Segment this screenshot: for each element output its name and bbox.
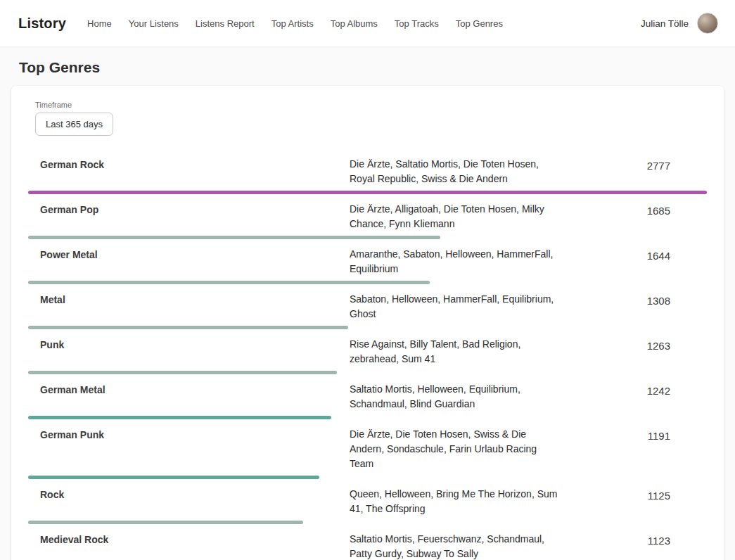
genre-name: German Pop (28, 202, 338, 215)
genre-name: Power Metal (28, 247, 338, 260)
genre-row: Power Metal Amaranthe, Sabaton, Hellowee… (28, 242, 707, 287)
genre-row: Medieval Rock Saltatio Mortis, Feuerschw… (28, 527, 707, 560)
page-title: Top Genres (19, 59, 724, 76)
genre-artists-list: Saltatio Mortis, Feuerschwanz, Schandmau… (338, 532, 580, 560)
brand-logo[interactable]: Listory (18, 15, 66, 32)
genre-count: 1242 (580, 382, 707, 397)
genre-count: 1685 (580, 202, 707, 217)
app-header: Listory Home Your Listens Listens Report… (0, 0, 735, 46)
genre-row: Rock Queen, Helloween, Bring Me The Hori… (28, 482, 707, 527)
nav-item-your-listens[interactable]: Your Listens (129, 18, 179, 29)
genre-count: 1123 (580, 532, 707, 547)
user-name: Julian Tölle (641, 18, 689, 29)
user-avatar[interactable] (697, 13, 718, 34)
genre-bar (28, 236, 440, 239)
user-area: Julian Tölle (641, 13, 718, 34)
genre-bar (28, 281, 430, 284)
genre-count: 1644 (580, 247, 707, 262)
timeframe-select[interactable]: Last 365 days (35, 113, 113, 136)
timeframe-label: Timeframe (35, 101, 707, 109)
genre-bar (28, 326, 348, 329)
genre-artists-list: Die Ärzte, Saltatio Mortis, Die Toten Ho… (338, 157, 580, 186)
genre-row: Metal Sabaton, Helloween, HammerFall, Eq… (28, 287, 707, 332)
genre-count: 1191 (580, 427, 707, 442)
genre-artists-list: Amaranthe, Sabaton, Helloween, HammerFal… (338, 247, 580, 276)
genre-artists-list: Die Ärzte, Die Toten Hosen, Swiss & Die … (338, 427, 580, 471)
genre-count: 2777 (580, 157, 707, 172)
nav-item-top-albums[interactable]: Top Albums (331, 18, 378, 29)
genre-artists-list: Rise Against, Billy Talent, Bad Religion… (338, 337, 580, 367)
nav-item-top-genres[interactable]: Top Genres (456, 18, 503, 29)
genre-bar (28, 521, 303, 524)
genre-name: German Punk (28, 427, 338, 440)
genre-name: German Metal (28, 382, 338, 395)
genre-row: German Punk Die Ärzte, Die Toten Hosen, … (28, 422, 707, 482)
genre-artists-list: Saltatio Mortis, Helloween, Equilibrium,… (338, 382, 580, 412)
main-content: Top Genres Timeframe Last 365 days Germa… (0, 46, 735, 560)
nav-item-top-tracks[interactable]: Top Tracks (395, 18, 439, 29)
genre-count: 1263 (580, 337, 707, 352)
top-genres-card: Timeframe Last 365 days German Rock Die … (11, 86, 724, 560)
genre-list: German Rock Die Ärzte, Saltatio Mortis, … (28, 152, 707, 560)
genre-artists-list: Die Ärzte, Alligatoah, Die Toten Hosen, … (338, 202, 580, 231)
nav-item-home[interactable]: Home (87, 18, 112, 29)
genre-name: Medieval Rock (28, 532, 338, 545)
genre-row: German Metal Saltatio Mortis, Helloween,… (28, 377, 707, 422)
genre-name: German Rock (28, 157, 338, 170)
genre-bar (28, 416, 331, 419)
genre-row: German Pop Die Ärzte, Alligatoah, Die To… (28, 197, 707, 242)
nav-item-top-artists[interactable]: Top Artists (271, 18, 314, 29)
genre-row: Punk Rise Against, Billy Talent, Bad Rel… (28, 332, 707, 377)
genre-bar (28, 191, 707, 194)
nav-item-listens-report[interactable]: Listens Report (196, 18, 255, 29)
genre-name: Metal (28, 292, 338, 305)
genre-bar (28, 371, 337, 374)
genre-name: Punk (28, 337, 338, 350)
genre-name: Rock (28, 487, 338, 500)
genre-count: 1125 (580, 487, 707, 502)
genre-count: 1308 (580, 292, 707, 307)
genre-bar (28, 476, 319, 479)
genre-row: German Rock Die Ärzte, Saltatio Mortis, … (28, 152, 707, 197)
genre-artists-list: Sabaton, Helloween, HammerFall, Equilibr… (338, 292, 580, 322)
genre-artists-list: Queen, Helloween, Bring Me The Horizon, … (338, 487, 580, 516)
main-nav: Home Your Listens Listens Report Top Art… (87, 18, 641, 29)
